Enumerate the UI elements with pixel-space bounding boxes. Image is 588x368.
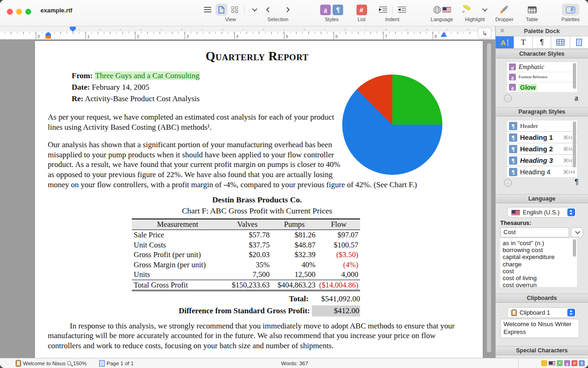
status-divider bbox=[518, 359, 519, 368]
thesaurus-input[interactable]: Cost bbox=[500, 227, 569, 237]
language-selected-value: English (U.S.) bbox=[523, 209, 567, 216]
col-header: Measurement bbox=[132, 219, 223, 230]
character-style-button[interactable]: a bbox=[320, 5, 331, 15]
tab-section-palette[interactable] bbox=[570, 36, 588, 48]
scrollbar[interactable] bbox=[573, 239, 576, 257]
decrease-indent-icon bbox=[379, 6, 388, 13]
draft-view-button[interactable] bbox=[202, 4, 214, 16]
paragraph-mini-icon[interactable]: ¶ bbox=[579, 360, 585, 366]
status-zoom[interactable]: 150% bbox=[67, 358, 86, 368]
character-style-footer-icon: a bbox=[575, 94, 578, 102]
character-style-item[interactable]: a Glow bbox=[507, 82, 577, 92]
table-icon bbox=[528, 6, 537, 13]
more-styles-button[interactable]: … bbox=[504, 94, 512, 102]
character-style-mini-icon[interactable]: a bbox=[564, 360, 570, 366]
clipboard-icon bbox=[511, 310, 517, 316]
thesaurus-result-item[interactable]: as in "cost" (n.) bbox=[503, 240, 577, 247]
style-label: Heading 2 bbox=[520, 145, 563, 153]
window-title: example.rtf bbox=[40, 7, 72, 14]
status-page[interactable]: Page 1 of 1 bbox=[99, 358, 134, 368]
style-shortcut: ⌘H4 bbox=[563, 169, 575, 175]
close-window-button[interactable] bbox=[7, 9, 13, 15]
ruler-mini-icon[interactable] bbox=[541, 360, 547, 366]
us-flag-icon[interactable] bbox=[548, 361, 555, 366]
difference-label: Difference from Standard Gross Profit: bbox=[179, 306, 310, 315]
chevron-down-icon bbox=[482, 6, 487, 12]
page-view-button[interactable] bbox=[215, 4, 227, 16]
thesaurus-result-item[interactable]: capital expenditure bbox=[503, 253, 577, 260]
toolbar-label-highlight: Highlight bbox=[461, 17, 489, 22]
character-style-icon: a bbox=[509, 63, 516, 70]
language-select[interactable]: English (U.S.) bbox=[507, 207, 577, 218]
document-page[interactable]: Quarterly Report From: Three Guys and a … bbox=[34, 40, 483, 358]
paragraph-style-item[interactable]: ¶ Header bbox=[507, 121, 577, 131]
highlight-button[interactable] bbox=[460, 4, 472, 16]
list-mini-icon[interactable]: # bbox=[571, 360, 577, 366]
table-row: Sale Price $57.78 $81.26 $97.07 bbox=[132, 230, 360, 240]
ruler-number: 5 bbox=[286, 34, 288, 39]
dropper-button[interactable] bbox=[498, 4, 510, 16]
col-header: Valves bbox=[223, 219, 271, 230]
close-icon[interactable]: ✕ bbox=[500, 27, 505, 34]
col-header: Flow bbox=[317, 219, 360, 230]
tab-character-palette[interactable]: A bbox=[496, 36, 514, 48]
left-margin-marker[interactable] bbox=[45, 36, 51, 39]
paragraph-style-item[interactable]: ¶ Heading 1 ⌘H1 bbox=[507, 132, 577, 143]
zoom-level: 150% bbox=[73, 361, 86, 366]
toolbar-group-view: View bbox=[198, 3, 263, 23]
scrollbar[interactable] bbox=[573, 63, 576, 89]
palettes-button[interactable] bbox=[562, 4, 579, 16]
asterisk-mini-icon[interactable]: * bbox=[557, 360, 563, 366]
highlight-options-button[interactable] bbox=[478, 4, 490, 16]
previous-selection-button[interactable] bbox=[263, 4, 275, 16]
thesaurus-result-item[interactable]: cost bbox=[503, 268, 577, 275]
paragraph-style-button[interactable]: ¶ bbox=[333, 5, 343, 15]
toolbar-group-language: Language bbox=[426, 3, 458, 23]
more-styles-button[interactable]: … bbox=[504, 179, 512, 187]
character-style-item[interactable]: a Footnote Reference bbox=[507, 72, 577, 82]
thesaurus-dropdown-button[interactable] bbox=[571, 227, 583, 237]
thesaurus-result-item[interactable]: cost overrun bbox=[503, 282, 577, 287]
thesaurus-result-item[interactable]: borrowing cost bbox=[503, 247, 577, 253]
paragraph-style-item[interactable]: ¶ Heading 3 ⌘H3 bbox=[507, 155, 577, 166]
ruler-number: 2 bbox=[137, 34, 139, 39]
character-style-item[interactable]: a Emphatic bbox=[507, 62, 577, 72]
decrease-indent-button[interactable] bbox=[377, 4, 389, 16]
tab-font-palette[interactable]: T bbox=[514, 36, 532, 48]
language-button[interactable] bbox=[433, 4, 451, 16]
toolbar-group-highlight: Highlight bbox=[461, 3, 489, 23]
paragraph-style-item[interactable]: ¶ Heading 4 ⌘H4 bbox=[507, 167, 577, 177]
table-button[interactable] bbox=[526, 4, 538, 16]
view-options-button[interactable] bbox=[248, 4, 260, 16]
paragraph-style-icon: ¶ bbox=[509, 122, 517, 130]
zoom-window-button[interactable] bbox=[25, 9, 31, 15]
status-clipboard[interactable]: Welcome to Nisus … bbox=[16, 358, 72, 368]
ruler-return-button[interactable]: ↳ bbox=[478, 28, 492, 39]
ruler[interactable]: 0 1 2 3 4 5 6 7 8 ↳ bbox=[0, 26, 495, 40]
toolbar-group-palettes: Palettes bbox=[558, 3, 583, 23]
style-label: Heading 3 bbox=[520, 156, 563, 164]
style-label: Glow bbox=[519, 84, 537, 91]
facing-pages-view-button[interactable] bbox=[229, 4, 241, 16]
increase-indent-button[interactable] bbox=[396, 4, 408, 16]
document-scrollbar[interactable] bbox=[487, 43, 491, 352]
thesaurus-label: Thesaurus: bbox=[500, 220, 531, 226]
tab-paragraph-palette[interactable]: ¶ bbox=[533, 36, 551, 48]
meta-label: Date: bbox=[72, 83, 90, 92]
toolbar-group-styles: a ¶ Styles bbox=[315, 3, 348, 23]
toolbar-label-language: Language bbox=[426, 17, 458, 22]
doc-paragraph-3: In response to this analysis, we strongl… bbox=[48, 321, 466, 351]
scrollbar[interactable] bbox=[573, 121, 576, 167]
list-style-button[interactable]: # bbox=[356, 5, 367, 15]
thesaurus-result-item[interactable]: cost of living bbox=[503, 275, 577, 282]
next-selection-button[interactable] bbox=[281, 4, 293, 16]
tab-table-palette[interactable] bbox=[551, 36, 570, 48]
toolbar-group-list: # List bbox=[351, 3, 372, 23]
paragraph-style-item[interactable]: ¶ Heading 2 ⌘H2 bbox=[507, 144, 577, 154]
minimize-window-button[interactable] bbox=[16, 9, 22, 15]
document-canvas: Quarterly Report From: Three Guys and a … bbox=[0, 40, 495, 358]
globe-icon bbox=[433, 6, 441, 14]
clipboard-select[interactable]: Clipboard 1 bbox=[507, 307, 577, 318]
thesaurus-result-item[interactable]: charge bbox=[503, 261, 577, 268]
ruler-number: 6 bbox=[335, 34, 338, 39]
